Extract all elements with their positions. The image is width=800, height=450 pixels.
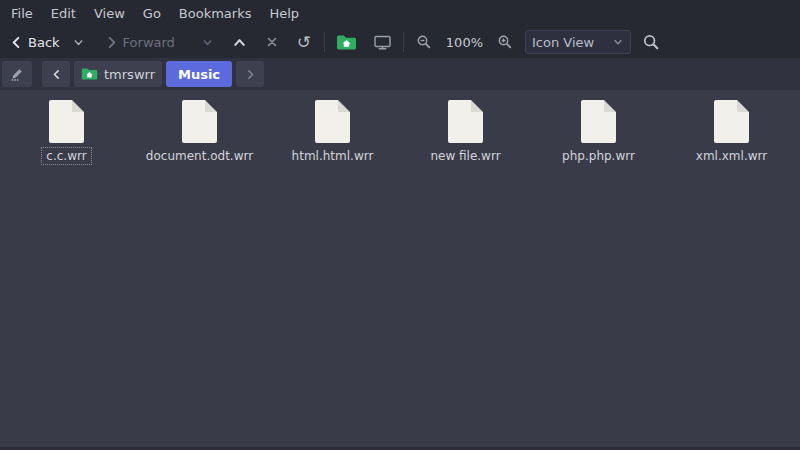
pencil-ellipsis-icon xyxy=(9,66,25,82)
file-item[interactable]: html.html.wrr xyxy=(266,100,399,164)
file-icon xyxy=(49,100,84,143)
chevron-up-icon xyxy=(232,35,247,50)
menu-file[interactable]: File xyxy=(2,2,42,25)
menu-bookmarks[interactable]: Bookmarks xyxy=(170,2,261,25)
magnifier-minus-icon xyxy=(416,34,432,50)
magnifier-icon xyxy=(642,33,660,51)
toolbar-separator xyxy=(324,32,325,52)
pathbar: tmrswrr Music xyxy=(0,58,800,90)
green-home-folder-icon xyxy=(81,67,98,81)
breadcrumb-current[interactable]: Music xyxy=(166,61,232,87)
toolbar-separator xyxy=(403,32,404,52)
file-item[interactable]: document.odt.wrr xyxy=(133,100,266,164)
file-item[interactable]: xml.xml.wrr xyxy=(665,100,798,164)
chevron-down-icon xyxy=(612,36,624,48)
file-name: document.odt.wrr xyxy=(142,148,257,164)
desktop-button[interactable] xyxy=(370,29,395,55)
edit-path-button[interactable] xyxy=(2,61,32,87)
chevron-down-icon xyxy=(72,36,85,49)
file-name: c.c.wrr xyxy=(42,148,90,164)
file-icon xyxy=(714,100,749,143)
zoom-out-button[interactable] xyxy=(412,29,436,55)
forward-history-button[interactable] xyxy=(198,29,218,55)
file-icon-view[interactable]: c.c.wrr document.odt.wrr html.html.wrr n… xyxy=(0,90,800,447)
breadcrumb-home-label: tmrswrr xyxy=(104,67,155,82)
home-button[interactable] xyxy=(333,29,360,55)
chevron-down-icon xyxy=(201,36,214,49)
file-icon xyxy=(182,100,217,143)
file-icon xyxy=(581,100,616,143)
up-button[interactable] xyxy=(228,29,252,55)
reload-icon[interactable]: ↺ xyxy=(292,29,316,55)
menu-go[interactable]: Go xyxy=(134,2,170,25)
menu-edit[interactable]: Edit xyxy=(42,2,85,25)
monitor-icon xyxy=(373,34,392,51)
path-scroll-left-button[interactable] xyxy=(42,61,70,87)
breadcrumb-home[interactable]: tmrswrr xyxy=(74,61,162,87)
chevron-right-icon xyxy=(104,35,119,50)
toolbar: Back Forward ↺ xyxy=(0,26,800,58)
menu-help[interactable]: Help xyxy=(260,2,308,25)
zoom-level: 100% xyxy=(446,35,483,50)
file-name: html.html.wrr xyxy=(288,148,378,164)
file-item[interactable]: php.php.wrr xyxy=(532,100,665,164)
magnifier-plus-icon xyxy=(497,34,513,50)
file-icon xyxy=(448,100,483,143)
back-label: Back xyxy=(28,35,60,50)
file-icon xyxy=(315,100,350,143)
zoom-in-button[interactable] xyxy=(493,29,517,55)
file-item[interactable]: new file.wrr xyxy=(399,100,532,164)
path-scroll-right-button[interactable] xyxy=(236,61,264,87)
chevron-left-icon xyxy=(50,68,63,81)
file-name: php.php.wrr xyxy=(558,148,639,164)
forward-button[interactable]: Forward xyxy=(101,29,182,55)
search-button[interactable] xyxy=(639,29,663,55)
view-mode-select[interactable]: Icon View xyxy=(525,30,631,54)
chevron-left-icon xyxy=(9,35,24,50)
file-item[interactable]: c.c.wrr xyxy=(0,100,133,164)
file-name: new file.wrr xyxy=(426,148,504,164)
chevron-right-icon xyxy=(244,68,257,81)
green-home-folder-icon xyxy=(336,34,357,51)
stop-button[interactable] xyxy=(260,29,284,55)
breadcrumb-current-label: Music xyxy=(178,67,220,82)
close-x-icon xyxy=(265,35,279,49)
menubar: File Edit View Go Bookmarks Help xyxy=(0,0,800,26)
forward-label: Forward xyxy=(123,35,175,50)
file-name: xml.xml.wrr xyxy=(692,148,771,164)
back-button[interactable]: Back xyxy=(6,29,67,55)
back-history-button[interactable] xyxy=(69,29,89,55)
file-manager-window: File Edit View Go Bookmarks Help Back Fo… xyxy=(0,0,800,450)
view-mode-value: Icon View xyxy=(532,35,594,50)
menu-view[interactable]: View xyxy=(85,2,134,25)
